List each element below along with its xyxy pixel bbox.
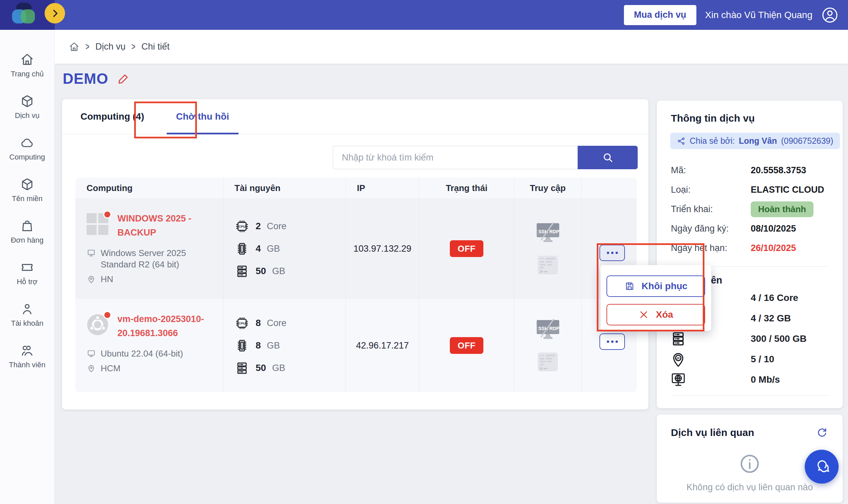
status-badge: OFF [450,337,483,354]
bandwidth-globe-icon [670,371,687,389]
resource-value: 4 / 16 Core [751,292,798,303]
info-label: Mã: [671,165,686,176]
cpu-resource: 8 Core [235,316,346,331]
resource-value: 0 Mb/s [751,374,780,385]
edit-title-button[interactable] [117,72,130,85]
info-value: 08/10/2025 [751,223,796,234]
vm-os: Windows Server 2025 Standard R2 (64 bit) [101,247,208,270]
sidebar-item-label: Thành viên [9,361,46,369]
resource-value: 5 / 10 [751,354,774,365]
delete-label: Xóa [656,309,673,320]
info-value: 20.5558.3753 [751,165,806,176]
breadcrumb-bar: > Dịch vụ > Chi tiết [55,30,848,64]
page-title-row: DEMO [63,70,130,87]
sidebar-item-computing[interactable]: Computing [0,128,54,169]
restore-button[interactable]: Khôi phục [606,275,705,297]
sidebar-item-label: Tài khoản [11,319,44,328]
ssh-rdp-disabled-icon[interactable]: SSH RDP [534,222,561,244]
cpu-icon [235,219,249,234]
info-row-expiry-date: Ngày hết hạn: 26/10/2025 [657,238,843,258]
ip-pin-icon [670,350,687,368]
vm-name-link[interactable]: vm-demo-20253010-20.19681.3066 [117,312,211,340]
delete-button[interactable]: Xóa [606,304,705,325]
cpu-value: 8 [256,318,261,328]
vm-access-cell: SSH RDP [514,198,582,299]
x-icon [638,309,649,320]
sidebar-item-support[interactable]: Hỗ trợ [0,252,54,294]
related-services-title: Dịch vụ liên quan [671,427,754,438]
user-avatar[interactable] [821,6,838,24]
row-actions-menu-button[interactable] [600,334,625,350]
tab-bar: Computing (4) Chờ thu hồi [62,99,648,134]
sidebar-collapse-button[interactable] [45,3,65,23]
breadcrumb-separator: > [132,41,135,53]
table-header-row: Computing Tài nguyên IP Trạng thái Truy … [75,178,637,198]
ssh-rdp-disabled-icon[interactable]: SSH RDP [534,319,561,341]
search-input[interactable] [333,146,578,169]
search-button[interactable] [578,146,638,169]
sidebar-item-orders[interactable]: Đơn hàng [0,211,54,252]
info-circle-icon [739,453,761,475]
info-label: Triển khai: [671,204,713,214]
service-info-title: Thông tin dịch vụ [671,113,843,124]
breadcrumb-item-detail[interactable]: Chi tiết [141,41,169,52]
info-row-code: Mã: 20.5558.3753 [657,161,843,180]
vm-os: Ubuntu 22.04 (64-bit) [101,348,183,359]
service-detail-card: Computing (4) Chờ thu hồi Computing Tài … [62,99,648,410]
cube-icon [20,177,34,191]
ram-resource: 8 GB [235,338,346,353]
info-value: ELASTIC CLOUD [751,185,824,195]
page-title: DEMO [63,70,108,87]
search-row [62,146,638,169]
restore-label: Khôi phục [642,281,688,291]
divider [671,395,829,396]
ubuntu-logo-icon [87,314,109,336]
sidebar-item-account[interactable]: Tài khoản [0,294,54,336]
expiry-date-value: 26/10/2025 [751,243,796,253]
shared-by-chip: Chia sẻ bởi: Long Vân (0906752639) [670,133,840,149]
service-info-rows: Mã: 20.5558.3753 Loại: ELASTIC CLOUD Tri… [657,161,843,258]
vm-ip: 42.96.17.217 [346,299,419,392]
sidebar-item-domains[interactable]: Tên miền [0,169,54,211]
breadcrumb-home-icon[interactable] [69,41,80,52]
row-actions-menu-button[interactable] [600,245,625,261]
info-label: Loại: [671,185,691,195]
info-label: Ngày đăng ký: [671,223,729,234]
console-disabled-icon[interactable] [536,352,559,372]
tab-computing[interactable]: Computing (4) [81,99,144,134]
vm-ip: 103.97.132.29 [346,198,419,299]
shared-by-name: Long Vân [739,136,777,146]
column-header-resources: Tài nguyên [223,178,346,198]
refresh-button[interactable] [816,427,828,439]
rdp-label: RDP [549,325,559,331]
resource-row-disk: 300 / 500 GB [657,329,843,349]
sidebar-item-label: Trang chủ [11,70,44,78]
brand-logo[interactable] [12,2,36,28]
ram-resource: 4 GB [235,241,346,256]
windows-logo-icon [87,213,109,235]
chat-support-button[interactable] [805,450,838,484]
vm-info-cell: vm-demo-20253010-20.19681.3066 Ubuntu 22… [75,299,223,392]
info-row-register-date: Ngày đăng ký: 08/10/2025 [657,219,843,238]
breadcrumb-item-services[interactable]: Dịch vụ [95,41,125,52]
vm-name-link[interactable]: WINDOWS 2025 - BACKUP [117,212,211,240]
search-bar [333,146,638,169]
vm-location-line: HN [87,273,217,285]
ram-unit: GB [267,244,280,254]
sidebar-item-home[interactable]: Trang chủ [0,44,54,86]
column-header-ip: IP [346,178,419,198]
disk-unit: GB [272,363,285,373]
console-disabled-icon[interactable] [536,255,559,275]
storage-icon [235,361,249,376]
ram-unit: GB [267,340,280,351]
buy-service-button[interactable]: Mua dịch vụ [624,5,696,25]
sidebar-item-services[interactable]: Dịch vụ [0,86,54,128]
sidebar-item-members[interactable]: Thành viên [0,336,54,377]
resource-row-bandwidth: 0 Mb/s [657,370,843,390]
info-row-type: Loại: ELASTIC CLOUD [657,180,843,199]
shopping-bag-icon [20,219,34,233]
cube-icon [20,94,34,108]
rdp-label: RDP [549,229,559,234]
tab-pending-reclaim[interactable]: Chờ thu hồi [176,99,229,134]
storage-icon [235,264,249,279]
